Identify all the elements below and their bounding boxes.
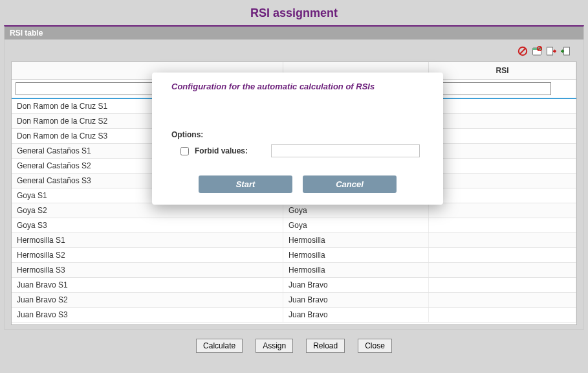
forbid-checkbox[interactable] bbox=[180, 147, 189, 155]
cell-col1: Juan Bravo S1 bbox=[12, 278, 283, 292]
cell-col3 bbox=[429, 188, 576, 203]
cell-col1: Juan Bravo S2 bbox=[12, 293, 283, 307]
filter-col3[interactable] bbox=[433, 82, 551, 95]
table-row[interactable]: Hermosilla S3Hermosilla bbox=[12, 263, 576, 278]
reload-button[interactable]: Reload bbox=[306, 339, 345, 353]
forbid-icon[interactable] bbox=[517, 46, 528, 56]
forbid-input[interactable] bbox=[271, 144, 420, 157]
cell-col2: Hermosilla bbox=[283, 233, 429, 247]
table-row[interactable]: Juan Bravo S1Juan Bravo bbox=[12, 278, 576, 293]
config-modal: Configuration for the automatic calculat… bbox=[152, 73, 443, 205]
cell-col3 bbox=[429, 159, 576, 173]
close-button[interactable]: Close bbox=[358, 339, 392, 353]
footer-buttons: Calculate Assign Reload Close bbox=[0, 330, 588, 353]
toolbar bbox=[11, 45, 577, 62]
table-row[interactable]: Hermosilla S2Hermosilla bbox=[12, 248, 576, 263]
cell-col2: Hermosilla bbox=[283, 263, 429, 277]
page-title: RSI assignment bbox=[0, 0, 588, 25]
cell-col3 bbox=[429, 174, 576, 188]
cell-col1: Hermosilla S1 bbox=[12, 233, 283, 247]
cell-col2: Goya bbox=[283, 218, 429, 232]
panel-header: RSI table bbox=[5, 27, 583, 40]
options-label: Options: bbox=[171, 130, 424, 139]
col-header-rsi[interactable]: RSI bbox=[429, 62, 576, 79]
cell-col3 bbox=[429, 233, 576, 247]
cell-col1: Hermosilla S2 bbox=[12, 248, 283, 262]
modal-title: Configuration for the automatic calculat… bbox=[171, 82, 424, 91]
filter-col1[interactable] bbox=[16, 82, 173, 95]
start-button[interactable]: Start bbox=[199, 175, 292, 193]
cell-col3 bbox=[429, 263, 576, 277]
cell-col3 bbox=[429, 129, 576, 143]
cell-col1: Goya S2 bbox=[12, 203, 283, 218]
table-row[interactable]: Goya S2Goya bbox=[12, 203, 576, 218]
cell-col2: Juan Bravo bbox=[283, 293, 429, 307]
cell-col3 bbox=[429, 203, 576, 218]
table-row[interactable]: Juan Bravo S3Juan Bravo bbox=[12, 308, 576, 322]
import-icon[interactable] bbox=[560, 46, 571, 56]
svg-line-1 bbox=[520, 49, 525, 54]
cell-col3 bbox=[429, 144, 576, 158]
cell-col3 bbox=[429, 293, 576, 307]
forbid-label: Forbid values: bbox=[195, 146, 248, 155]
cell-col3 bbox=[429, 99, 576, 113]
cell-col3 bbox=[429, 218, 576, 232]
cell-col3 bbox=[429, 308, 576, 322]
table-row[interactable]: Goya S3Goya bbox=[12, 218, 576, 233]
assign-button[interactable]: Assign bbox=[256, 339, 293, 353]
export-icon[interactable] bbox=[546, 46, 556, 56]
svg-rect-7 bbox=[564, 47, 570, 55]
cell-col3 bbox=[429, 248, 576, 262]
table-row[interactable]: Juan Bravo S2Juan Bravo bbox=[12, 293, 576, 308]
cancel-button[interactable]: Cancel bbox=[303, 175, 397, 193]
cell-col2: Juan Bravo bbox=[283, 278, 429, 292]
table-row[interactable]: Hermosilla S1Hermosilla bbox=[12, 233, 576, 248]
cell-col1: Goya S3 bbox=[12, 218, 283, 232]
cell-col2: Hermosilla bbox=[283, 248, 429, 262]
svg-rect-6 bbox=[547, 47, 553, 55]
cell-col1: Juan Bravo S3 bbox=[12, 308, 283, 322]
calculate-button[interactable]: Calculate bbox=[196, 339, 243, 353]
forbid-calendar-icon[interactable] bbox=[532, 46, 542, 56]
cell-col1: Hermosilla S3 bbox=[12, 263, 283, 277]
cell-col3 bbox=[429, 114, 576, 128]
cell-col2: Juan Bravo bbox=[283, 308, 429, 322]
cell-col3 bbox=[429, 278, 576, 292]
cell-col2: Goya bbox=[283, 203, 429, 218]
